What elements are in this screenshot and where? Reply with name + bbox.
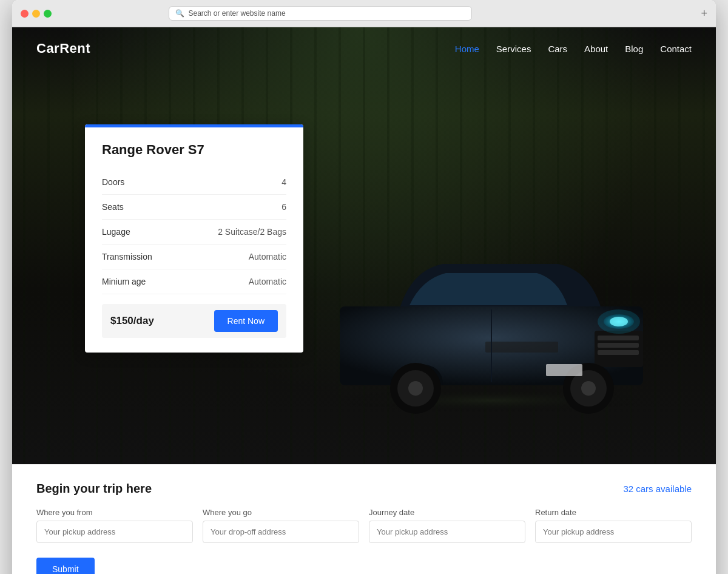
svg-rect-17 xyxy=(546,364,582,376)
spec-doors-value: 4 xyxy=(281,177,286,187)
field-journey-date: Journey date xyxy=(369,508,525,543)
address-bar-text: Search or enter website name xyxy=(188,9,285,18)
spec-lugage-label: Lugage xyxy=(102,227,130,237)
rent-now-button[interactable]: Rent Now xyxy=(214,310,278,332)
address-bar[interactable]: 🔍 Search or enter website name xyxy=(169,6,472,21)
card-body: Range Rover S7 Doors 4 Seats 6 Lugage 2 … xyxy=(85,127,303,353)
spec-seats-label: Seats xyxy=(102,202,124,212)
where-go-input[interactable] xyxy=(203,521,359,543)
spec-minium-age: Minium age Automatic xyxy=(102,269,286,294)
nav-about[interactable]: About xyxy=(584,44,608,54)
maximize-button[interactable] xyxy=(44,10,52,18)
field-journey-date-label: Journey date xyxy=(369,508,525,517)
hero-section: CarRent Home Services Cars About Blog Co… xyxy=(12,27,716,464)
new-tab-button[interactable]: + xyxy=(701,7,707,20)
field-where-go: Where you go xyxy=(203,508,359,543)
svg-rect-15 xyxy=(485,342,558,353)
search-section: Begin your trip here 32 cars available W… xyxy=(12,464,716,574)
field-where-go-label: Where you go xyxy=(203,508,359,517)
nav-links: Home Services Cars About Blog Contact xyxy=(455,44,692,54)
car-name: Range Rover S7 xyxy=(102,142,286,158)
logo: CarRent xyxy=(36,41,90,56)
return-date-input[interactable] xyxy=(535,521,692,543)
svg-rect-5 xyxy=(598,350,639,355)
journey-date-input[interactable] xyxy=(369,521,525,543)
spec-transmission: Transmission Automatic xyxy=(102,245,286,269)
field-return-date: Return date xyxy=(535,508,692,543)
search-icon: 🔍 xyxy=(175,9,184,18)
submit-button[interactable]: Submit xyxy=(36,558,95,574)
spec-transmission-label: Transmission xyxy=(102,252,152,262)
car-image xyxy=(303,185,679,416)
search-header: Begin your trip here 32 cars available xyxy=(36,482,692,496)
navbar: CarRent Home Services Cars About Blog Co… xyxy=(12,27,716,70)
field-return-date-label: Return date xyxy=(535,508,692,517)
svg-point-14 xyxy=(408,381,423,396)
cars-available: 32 cars available xyxy=(623,484,692,494)
nav-blog[interactable]: Blog xyxy=(625,44,643,54)
nav-services[interactable]: Services xyxy=(496,44,531,54)
spec-seats: Seats 6 xyxy=(102,195,286,220)
spec-seats-value: 6 xyxy=(281,202,286,212)
spec-minium-age-label: Minium age xyxy=(102,277,146,286)
search-fields: Where you from Where you go Journey date… xyxy=(36,508,692,543)
where-from-input[interactable] xyxy=(36,521,193,543)
spec-transmission-value: Automatic xyxy=(249,252,286,262)
nav-cars[interactable]: Cars xyxy=(548,44,567,54)
price-row: $150/day Rent Now xyxy=(102,304,286,338)
svg-rect-4 xyxy=(598,343,639,348)
svg-point-11 xyxy=(581,381,596,396)
nav-home[interactable]: Home xyxy=(455,44,479,54)
close-button[interactable] xyxy=(21,10,29,18)
svg-point-8 xyxy=(598,309,640,334)
traffic-lights xyxy=(21,10,52,18)
page-content: CarRent Home Services Cars About Blog Co… xyxy=(12,27,716,574)
browser-chrome: 🔍 Search or enter website name + xyxy=(12,0,716,27)
browser-window: 🔍 Search or enter website name + xyxy=(12,0,716,574)
field-where-from-label: Where you from xyxy=(36,508,193,517)
spec-doors-label: Doors xyxy=(102,177,124,187)
spec-minium-age-value: Automatic xyxy=(249,277,286,286)
nav-contact[interactable]: Contact xyxy=(660,44,692,54)
field-where-from: Where you from xyxy=(36,508,193,543)
price-text: $150/day xyxy=(110,315,154,327)
car-card: Range Rover S7 Doors 4 Seats 6 Lugage 2 … xyxy=(85,124,303,353)
spec-lugage: Lugage 2 Suitcase/2 Bags xyxy=(102,220,286,245)
svg-rect-3 xyxy=(598,336,639,340)
minimize-button[interactable] xyxy=(32,10,40,18)
spec-lugage-value: 2 Suitcase/2 Bags xyxy=(218,227,286,237)
spec-doors: Doors 4 xyxy=(102,170,286,195)
search-title: Begin your trip here xyxy=(36,482,152,496)
